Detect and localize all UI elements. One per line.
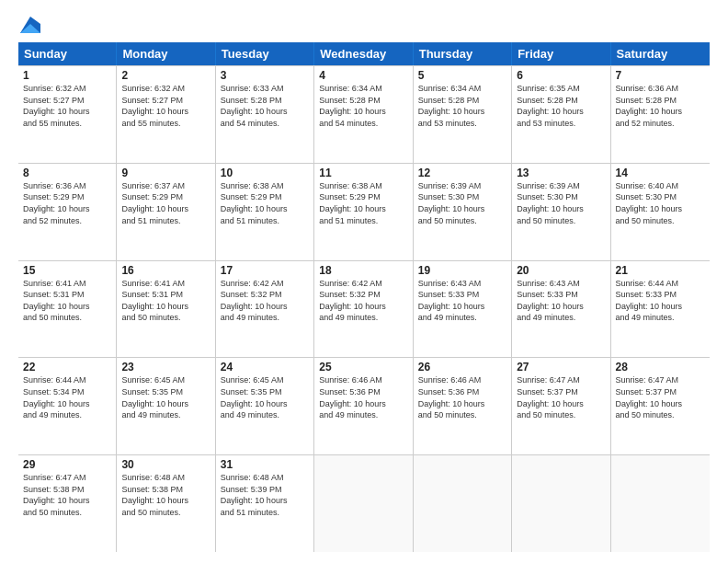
day-info: Sunrise: 6:42 AM Sunset: 5:32 PM Dayligh… xyxy=(221,278,309,324)
day-info: Sunrise: 6:32 AM Sunset: 5:27 PM Dayligh… xyxy=(121,83,210,129)
calendar-day-26: 26Sunrise: 6:46 AM Sunset: 5:36 PM Dayli… xyxy=(414,358,512,454)
header-day-saturday: Saturday xyxy=(611,42,710,65)
day-info: Sunrise: 6:44 AM Sunset: 5:34 PM Dayligh… xyxy=(23,374,111,420)
header-day-sunday: Sunday xyxy=(18,42,117,65)
day-info: Sunrise: 6:43 AM Sunset: 5:33 PM Dayligh… xyxy=(418,278,506,324)
calendar-day-13: 13Sunrise: 6:39 AM Sunset: 5:30 PM Dayli… xyxy=(512,164,610,260)
calendar-week-4: 22Sunrise: 6:44 AM Sunset: 5:34 PM Dayli… xyxy=(18,357,710,454)
day-info: Sunrise: 6:47 AM Sunset: 5:37 PM Dayligh… xyxy=(616,374,705,420)
calendar-day-22: 22Sunrise: 6:44 AM Sunset: 5:34 PM Dayli… xyxy=(18,358,117,454)
header-day-wednesday: Wednesday xyxy=(314,42,413,65)
calendar-day-14: 14Sunrise: 6:40 AM Sunset: 5:30 PM Dayli… xyxy=(611,164,710,260)
day-number: 23 xyxy=(121,361,210,373)
calendar-day-27: 27Sunrise: 6:47 AM Sunset: 5:37 PM Dayli… xyxy=(512,358,610,454)
logo xyxy=(18,17,40,33)
day-number: 16 xyxy=(121,264,210,277)
day-info: Sunrise: 6:46 AM Sunset: 5:36 PM Dayligh… xyxy=(418,374,506,420)
day-info: Sunrise: 6:45 AM Sunset: 5:35 PM Dayligh… xyxy=(121,374,210,420)
day-info: Sunrise: 6:46 AM Sunset: 5:36 PM Dayligh… xyxy=(319,374,407,420)
calendar-day-3: 3Sunrise: 6:33 AM Sunset: 5:28 PM Daylig… xyxy=(216,66,314,163)
day-number: 10 xyxy=(221,167,309,179)
header-day-friday: Friday xyxy=(512,42,610,65)
day-info: Sunrise: 6:39 AM Sunset: 5:30 PM Dayligh… xyxy=(517,180,605,226)
day-number: 9 xyxy=(121,167,210,179)
day-number: 6 xyxy=(517,69,605,82)
day-info: Sunrise: 6:45 AM Sunset: 5:35 PM Dayligh… xyxy=(221,374,309,420)
calendar-day-28: 28Sunrise: 6:47 AM Sunset: 5:37 PM Dayli… xyxy=(611,358,710,454)
calendar-day-5: 5Sunrise: 6:34 AM Sunset: 5:28 PM Daylig… xyxy=(414,66,512,163)
calendar-day-15: 15Sunrise: 6:41 AM Sunset: 5:31 PM Dayli… xyxy=(18,261,117,358)
day-number: 3 xyxy=(221,69,309,82)
day-number: 20 xyxy=(517,264,605,277)
calendar-day-30: 30Sunrise: 6:48 AM Sunset: 5:38 PM Dayli… xyxy=(117,455,215,552)
day-number: 24 xyxy=(221,361,309,373)
day-number: 1 xyxy=(23,69,111,82)
day-info: Sunrise: 6:41 AM Sunset: 5:31 PM Dayligh… xyxy=(23,278,111,324)
day-info: Sunrise: 6:37 AM Sunset: 5:29 PM Dayligh… xyxy=(121,180,210,226)
day-number: 29 xyxy=(23,458,111,471)
day-number: 25 xyxy=(319,361,407,373)
header xyxy=(18,17,710,33)
header-day-monday: Monday xyxy=(117,42,215,65)
day-info: Sunrise: 6:38 AM Sunset: 5:29 PM Dayligh… xyxy=(221,180,309,226)
calendar-empty-cell xyxy=(314,455,413,552)
calendar: SundayMondayTuesdayWednesdayThursdayFrid… xyxy=(18,42,710,552)
day-number: 21 xyxy=(616,264,705,277)
day-number: 22 xyxy=(23,361,111,373)
calendar-day-23: 23Sunrise: 6:45 AM Sunset: 5:35 PM Dayli… xyxy=(117,358,215,454)
calendar-day-12: 12Sunrise: 6:39 AM Sunset: 5:30 PM Dayli… xyxy=(414,164,512,260)
calendar-day-8: 8Sunrise: 6:36 AM Sunset: 5:29 PM Daylig… xyxy=(18,164,117,260)
calendar-day-2: 2Sunrise: 6:32 AM Sunset: 5:27 PM Daylig… xyxy=(117,66,215,163)
day-number: 19 xyxy=(418,264,506,277)
day-number: 28 xyxy=(616,361,705,373)
day-info: Sunrise: 6:47 AM Sunset: 5:37 PM Dayligh… xyxy=(517,374,605,420)
day-number: 13 xyxy=(517,167,605,179)
day-number: 4 xyxy=(319,69,407,82)
day-number: 30 xyxy=(121,458,210,471)
calendar-body: 1Sunrise: 6:32 AM Sunset: 5:27 PM Daylig… xyxy=(18,65,710,552)
day-info: Sunrise: 6:36 AM Sunset: 5:28 PM Dayligh… xyxy=(616,83,705,129)
day-info: Sunrise: 6:43 AM Sunset: 5:33 PM Dayligh… xyxy=(517,278,605,324)
page: SundayMondayTuesdayWednesdayThursdayFrid… xyxy=(0,0,728,563)
calendar-day-6: 6Sunrise: 6:35 AM Sunset: 5:28 PM Daylig… xyxy=(512,66,610,163)
day-number: 15 xyxy=(23,264,111,277)
calendar-week-3: 15Sunrise: 6:41 AM Sunset: 5:31 PM Dayli… xyxy=(18,260,710,358)
header-day-thursday: Thursday xyxy=(414,42,512,65)
day-info: Sunrise: 6:38 AM Sunset: 5:29 PM Dayligh… xyxy=(319,180,407,226)
calendar-day-7: 7Sunrise: 6:36 AM Sunset: 5:28 PM Daylig… xyxy=(611,66,710,163)
calendar-day-24: 24Sunrise: 6:45 AM Sunset: 5:35 PM Dayli… xyxy=(216,358,314,454)
calendar-day-16: 16Sunrise: 6:41 AM Sunset: 5:31 PM Dayli… xyxy=(117,261,215,358)
day-info: Sunrise: 6:34 AM Sunset: 5:28 PM Dayligh… xyxy=(418,83,506,129)
calendar-day-17: 17Sunrise: 6:42 AM Sunset: 5:32 PM Dayli… xyxy=(216,261,314,358)
calendar-empty-cell xyxy=(512,455,610,552)
calendar-day-31: 31Sunrise: 6:48 AM Sunset: 5:39 PM Dayli… xyxy=(216,455,314,552)
day-number: 27 xyxy=(517,361,605,373)
day-info: Sunrise: 6:41 AM Sunset: 5:31 PM Dayligh… xyxy=(121,278,210,324)
calendar-day-21: 21Sunrise: 6:44 AM Sunset: 5:33 PM Dayli… xyxy=(611,261,710,358)
logo-icon xyxy=(20,17,40,33)
day-info: Sunrise: 6:44 AM Sunset: 5:33 PM Dayligh… xyxy=(616,278,705,324)
day-number: 2 xyxy=(121,69,210,82)
calendar-week-5: 29Sunrise: 6:47 AM Sunset: 5:38 PM Dayli… xyxy=(18,454,710,552)
calendar-empty-cell xyxy=(414,455,512,552)
day-number: 7 xyxy=(616,69,705,82)
day-number: 14 xyxy=(616,167,705,179)
calendar-day-10: 10Sunrise: 6:38 AM Sunset: 5:29 PM Dayli… xyxy=(216,164,314,260)
calendar-day-20: 20Sunrise: 6:43 AM Sunset: 5:33 PM Dayli… xyxy=(512,261,610,358)
day-info: Sunrise: 6:33 AM Sunset: 5:28 PM Dayligh… xyxy=(221,83,309,129)
day-number: 5 xyxy=(418,69,506,82)
day-info: Sunrise: 6:35 AM Sunset: 5:28 PM Dayligh… xyxy=(517,83,605,129)
day-number: 12 xyxy=(418,167,506,179)
day-info: Sunrise: 6:40 AM Sunset: 5:30 PM Dayligh… xyxy=(616,180,705,226)
day-number: 8 xyxy=(23,167,111,179)
day-number: 11 xyxy=(319,167,407,179)
day-number: 26 xyxy=(418,361,506,373)
calendar-week-1: 1Sunrise: 6:32 AM Sunset: 5:27 PM Daylig… xyxy=(18,65,710,163)
calendar-day-19: 19Sunrise: 6:43 AM Sunset: 5:33 PM Dayli… xyxy=(414,261,512,358)
calendar-day-4: 4Sunrise: 6:34 AM Sunset: 5:28 PM Daylig… xyxy=(314,66,413,163)
calendar-empty-cell xyxy=(611,455,710,552)
day-info: Sunrise: 6:48 AM Sunset: 5:39 PM Dayligh… xyxy=(221,472,309,518)
calendar-day-18: 18Sunrise: 6:42 AM Sunset: 5:32 PM Dayli… xyxy=(314,261,413,358)
day-info: Sunrise: 6:47 AM Sunset: 5:38 PM Dayligh… xyxy=(23,472,111,518)
day-info: Sunrise: 6:39 AM Sunset: 5:30 PM Dayligh… xyxy=(418,180,506,226)
